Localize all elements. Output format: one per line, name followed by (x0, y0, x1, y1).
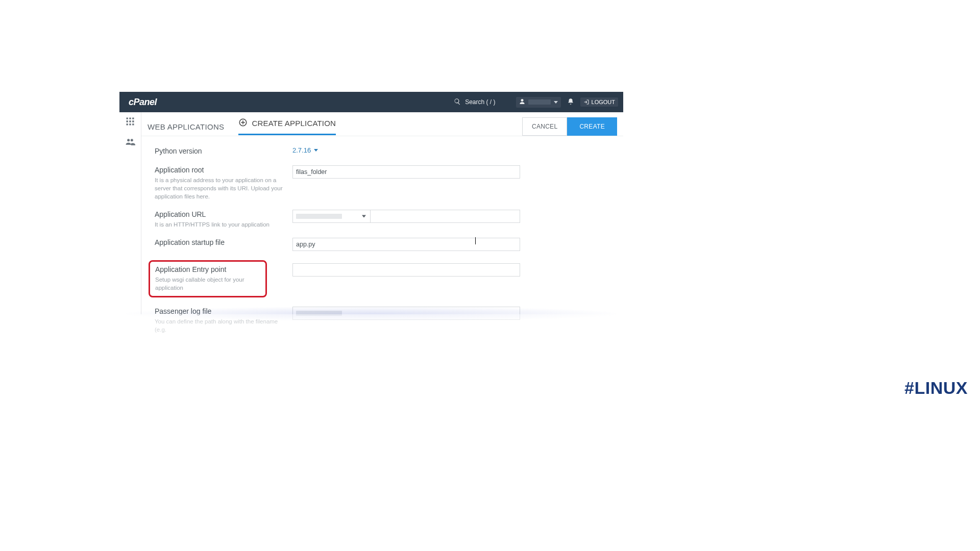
breadcrumb-tabs: WEB APPLICATIONS CREATE APPLICATION CANC… (141, 112, 623, 136)
logout-label: LOGOUT (592, 99, 615, 105)
apps-grid-icon[interactable] (125, 116, 135, 129)
create-button[interactable]: CREATE (567, 117, 617, 136)
breadcrumb-root[interactable]: WEB APPLICATIONS (148, 122, 224, 131)
text-cursor (475, 237, 476, 244)
entry-point-label: Application Entry point (155, 265, 260, 274)
user-menu[interactable] (516, 97, 561, 108)
chevron-down-icon (362, 215, 366, 218)
python-version-dropdown[interactable]: 2.7.16 (292, 146, 520, 154)
python-version-label: Python version (155, 146, 286, 156)
username-obscured (528, 99, 551, 105)
chevron-down-icon (554, 101, 558, 104)
application-url-label: Application URL (155, 210, 286, 219)
startup-file-input[interactable] (292, 238, 520, 251)
breadcrumb-current[interactable]: CREATE APPLICATION (238, 118, 336, 135)
breadcrumb-current-label: CREATE APPLICATION (252, 119, 336, 128)
cpanel-window: cPanel Search ( / ) LOGOUT (119, 92, 623, 314)
chevron-down-icon (314, 149, 318, 152)
log-file-hint: You can define the path along with the f… (155, 317, 286, 334)
url-path-input[interactable] (371, 210, 520, 222)
log-file-obscured (296, 311, 342, 316)
entry-point-hint: Setup wsgi callable object for your appl… (155, 276, 260, 292)
users-icon[interactable] (125, 137, 135, 149)
startup-file-label: Application startup file (155, 238, 286, 247)
application-root-label: Application root (155, 165, 286, 175)
cpanel-logo: cPanel (129, 97, 157, 108)
topbar: cPanel Search ( / ) LOGOUT (119, 92, 623, 112)
plus-circle-icon (238, 118, 248, 129)
user-icon (519, 98, 525, 106)
domain-select[interactable] (293, 210, 371, 222)
domain-obscured (296, 214, 342, 219)
cancel-button[interactable]: CANCEL (522, 117, 567, 136)
log-file-input[interactable] (292, 307, 520, 320)
entry-point-highlight: Application Entry point Setup wsgi calla… (149, 260, 267, 297)
application-url-hint: It is an HTTP/HTTPS link to your applica… (155, 220, 286, 229)
log-file-label: Passenger log file (155, 307, 286, 316)
search-placeholder-text: Search ( / ) (465, 98, 495, 106)
application-root-input[interactable] (292, 165, 520, 179)
sidebar (119, 112, 141, 314)
search-icon (454, 98, 461, 107)
application-url-field (292, 210, 520, 223)
main-panel: WEB APPLICATIONS CREATE APPLICATION CANC… (141, 112, 623, 314)
logout-button[interactable]: LOGOUT (580, 97, 618, 107)
application-root-hint: It is a physical address to your applica… (155, 176, 286, 201)
hashtag-linux: #LINUX (904, 378, 968, 398)
notifications-icon[interactable] (567, 98, 574, 107)
entry-point-input[interactable] (292, 263, 520, 277)
python-version-value: 2.7.16 (292, 146, 311, 154)
search-area[interactable]: Search ( / ) (454, 98, 495, 107)
create-application-form: Python version 2.7.16 Application root I… (141, 136, 623, 334)
